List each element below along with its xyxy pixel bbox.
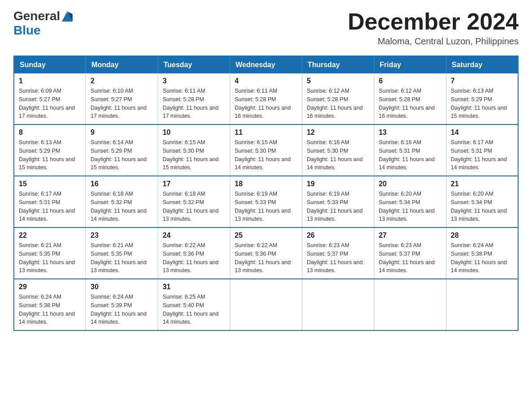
- table-row: 16Sunrise: 6:18 AMSunset: 5:32 PMDayligh…: [86, 176, 158, 227]
- day-info: Sunrise: 6:24 AMSunset: 5:38 PMDaylight:…: [451, 241, 513, 275]
- day-number: 4: [235, 77, 297, 85]
- day-info: Sunrise: 6:16 AMSunset: 5:30 PMDaylight:…: [307, 138, 369, 172]
- day-number: 30: [90, 283, 153, 291]
- day-info: Sunrise: 6:15 AMSunset: 5:30 PMDaylight:…: [235, 138, 297, 172]
- logo-general-text: General: [13, 9, 60, 23]
- table-row: 31Sunrise: 6:25 AMSunset: 5:40 PMDayligh…: [158, 279, 230, 330]
- table-row: 3Sunrise: 6:11 AMSunset: 5:28 PMDaylight…: [158, 73, 230, 124]
- day-info: Sunrise: 6:24 AMSunset: 5:38 PMDaylight:…: [19, 293, 81, 326]
- day-info: Sunrise: 6:19 AMSunset: 5:33 PMDaylight:…: [307, 190, 369, 223]
- table-row: 2Sunrise: 6:10 AMSunset: 5:27 PMDaylight…: [86, 73, 158, 124]
- day-number: 1: [19, 77, 81, 85]
- day-number: 16: [90, 180, 153, 188]
- table-row: 25Sunrise: 6:22 AMSunset: 5:36 PMDayligh…: [230, 227, 302, 279]
- day-number: 12: [307, 128, 369, 137]
- day-number: 11: [235, 128, 297, 137]
- day-number: 9: [90, 128, 153, 137]
- day-info: Sunrise: 6:13 AMSunset: 5:29 PMDaylight:…: [451, 87, 513, 120]
- day-info: Sunrise: 6:09 AMSunset: 5:27 PMDaylight:…: [19, 87, 81, 120]
- table-row: 5Sunrise: 6:12 AMSunset: 5:28 PMDaylight…: [302, 73, 374, 124]
- day-number: 31: [163, 283, 225, 291]
- calendar-week-row: 22Sunrise: 6:21 AMSunset: 5:35 PMDayligh…: [14, 227, 518, 279]
- day-number: 21: [451, 180, 513, 188]
- table-row: 7Sunrise: 6:13 AMSunset: 5:29 PMDaylight…: [446, 73, 518, 124]
- calendar-week-row: 29Sunrise: 6:24 AMSunset: 5:38 PMDayligh…: [14, 279, 518, 330]
- table-row: 27Sunrise: 6:23 AMSunset: 5:37 PMDayligh…: [374, 227, 446, 279]
- table-row: [446, 279, 518, 330]
- calendar-week-row: 15Sunrise: 6:17 AMSunset: 5:31 PMDayligh…: [14, 176, 518, 227]
- day-number: 27: [379, 231, 442, 240]
- day-number: 13: [379, 128, 442, 137]
- day-info: Sunrise: 6:17 AMSunset: 5:31 PMDaylight:…: [19, 190, 81, 223]
- day-number: 2: [90, 77, 153, 85]
- day-number: 15: [19, 180, 81, 188]
- day-info: Sunrise: 6:15 AMSunset: 5:30 PMDaylight:…: [163, 138, 225, 172]
- table-row: 23Sunrise: 6:21 AMSunset: 5:35 PMDayligh…: [86, 227, 158, 279]
- day-info: Sunrise: 6:23 AMSunset: 5:37 PMDaylight:…: [307, 241, 369, 275]
- title-section: December 2024 Maloma, Central Luzon, Phi…: [348, 9, 519, 47]
- header-monday: Monday: [86, 56, 158, 73]
- calendar-week-row: 8Sunrise: 6:13 AMSunset: 5:29 PMDaylight…: [14, 124, 518, 176]
- day-number: 17: [163, 180, 225, 188]
- day-number: 5: [307, 77, 369, 85]
- calendar-week-row: 1Sunrise: 6:09 AMSunset: 5:27 PMDaylight…: [14, 73, 518, 124]
- day-number: 7: [451, 77, 513, 85]
- table-row: 26Sunrise: 6:23 AMSunset: 5:37 PMDayligh…: [302, 227, 374, 279]
- day-info: Sunrise: 6:23 AMSunset: 5:37 PMDaylight:…: [379, 241, 442, 275]
- page-header: General Blue December 2024 Maloma, Centr…: [13, 9, 519, 47]
- table-row: 4Sunrise: 6:11 AMSunset: 5:28 PMDaylight…: [230, 73, 302, 124]
- day-info: Sunrise: 6:18 AMSunset: 5:32 PMDaylight:…: [163, 190, 225, 223]
- table-row: [374, 279, 446, 330]
- table-row: 9Sunrise: 6:14 AMSunset: 5:29 PMDaylight…: [86, 124, 158, 176]
- day-number: 10: [163, 128, 225, 137]
- table-row: 11Sunrise: 6:15 AMSunset: 5:30 PMDayligh…: [230, 124, 302, 176]
- day-info: Sunrise: 6:14 AMSunset: 5:29 PMDaylight:…: [90, 138, 153, 172]
- table-row: 10Sunrise: 6:15 AMSunset: 5:30 PMDayligh…: [158, 124, 230, 176]
- table-row: 22Sunrise: 6:21 AMSunset: 5:35 PMDayligh…: [14, 227, 86, 279]
- day-info: Sunrise: 6:17 AMSunset: 5:31 PMDaylight:…: [451, 138, 513, 172]
- location-subtitle: Maloma, Central Luzon, Philippines: [348, 36, 519, 47]
- day-number: 18: [235, 180, 297, 188]
- header-thursday: Thursday: [302, 56, 374, 73]
- table-row: 1Sunrise: 6:09 AMSunset: 5:27 PMDaylight…: [14, 73, 86, 124]
- table-row: 8Sunrise: 6:13 AMSunset: 5:29 PMDaylight…: [14, 124, 86, 176]
- logo-blue-text: Blue: [13, 23, 41, 37]
- table-row: 6Sunrise: 6:12 AMSunset: 5:28 PMDaylight…: [374, 73, 446, 124]
- day-number: 25: [235, 231, 297, 240]
- day-number: 22: [19, 231, 81, 240]
- table-row: 30Sunrise: 6:24 AMSunset: 5:39 PMDayligh…: [86, 279, 158, 330]
- header-saturday: Saturday: [446, 56, 518, 73]
- day-info: Sunrise: 6:24 AMSunset: 5:39 PMDaylight:…: [90, 293, 153, 326]
- day-info: Sunrise: 6:22 AMSunset: 5:36 PMDaylight:…: [235, 241, 297, 275]
- day-info: Sunrise: 6:21 AMSunset: 5:35 PMDaylight:…: [90, 241, 153, 275]
- table-row: 14Sunrise: 6:17 AMSunset: 5:31 PMDayligh…: [446, 124, 518, 176]
- day-info: Sunrise: 6:12 AMSunset: 5:28 PMDaylight:…: [307, 87, 369, 120]
- calendar-table: Sunday Monday Tuesday Wednesday Thursday…: [13, 56, 519, 331]
- header-tuesday: Tuesday: [158, 56, 230, 73]
- day-number: 26: [307, 231, 369, 240]
- day-number: 29: [19, 283, 81, 291]
- table-row: 20Sunrise: 6:20 AMSunset: 5:34 PMDayligh…: [374, 176, 446, 227]
- table-row: 18Sunrise: 6:19 AMSunset: 5:33 PMDayligh…: [230, 176, 302, 227]
- table-row: 15Sunrise: 6:17 AMSunset: 5:31 PMDayligh…: [14, 176, 86, 227]
- day-info: Sunrise: 6:19 AMSunset: 5:33 PMDaylight:…: [235, 190, 297, 223]
- day-info: Sunrise: 6:20 AMSunset: 5:34 PMDaylight:…: [379, 190, 442, 223]
- day-info: Sunrise: 6:12 AMSunset: 5:28 PMDaylight:…: [379, 87, 442, 120]
- day-number: 23: [90, 231, 153, 240]
- day-info: Sunrise: 6:25 AMSunset: 5:40 PMDaylight:…: [163, 293, 225, 326]
- table-row: 12Sunrise: 6:16 AMSunset: 5:30 PMDayligh…: [302, 124, 374, 176]
- calendar-header-row: Sunday Monday Tuesday Wednesday Thursday…: [14, 56, 518, 73]
- logo: General Blue: [13, 9, 73, 38]
- header-sunday: Sunday: [14, 56, 86, 73]
- table-row: 24Sunrise: 6:22 AMSunset: 5:36 PMDayligh…: [158, 227, 230, 279]
- day-number: 24: [163, 231, 225, 240]
- month-title: December 2024: [348, 9, 519, 34]
- table-row: [302, 279, 374, 330]
- header-friday: Friday: [374, 56, 446, 73]
- table-row: 13Sunrise: 6:16 AMSunset: 5:31 PMDayligh…: [374, 124, 446, 176]
- logo-icon: [61, 10, 73, 22]
- day-number: 14: [451, 128, 513, 137]
- header-wednesday: Wednesday: [230, 56, 302, 73]
- day-info: Sunrise: 6:22 AMSunset: 5:36 PMDaylight:…: [163, 241, 225, 275]
- day-number: 3: [163, 77, 225, 85]
